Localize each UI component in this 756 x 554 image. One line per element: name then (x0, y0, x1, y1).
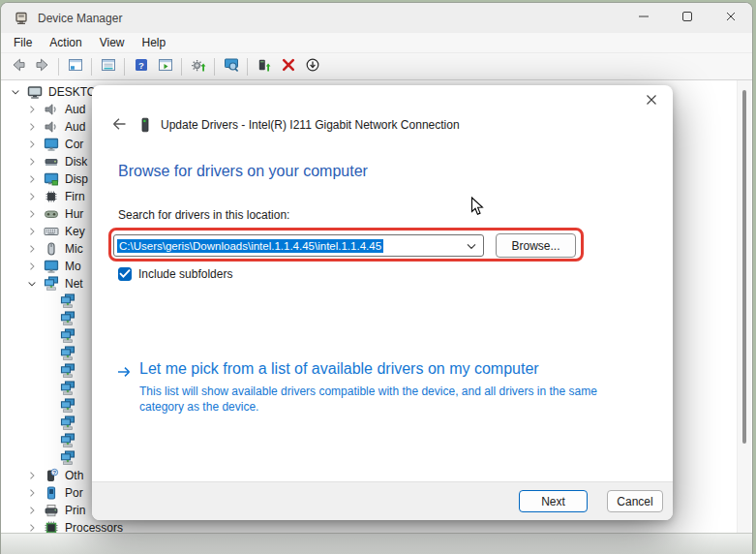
disable-device-button[interactable] (300, 55, 324, 78)
dialog-footer: Next Cancel (92, 481, 673, 520)
firmware-icon (44, 189, 59, 204)
toolbar: ? (1, 53, 752, 80)
dialog-back-button[interactable] (111, 116, 129, 134)
uninstall-device-icon (257, 57, 272, 76)
menu-item-file[interactable]: File (5, 34, 41, 51)
update-drivers-dialog: Update Drivers - Intel(R) I211 Gigabit N… (92, 85, 673, 520)
driver-path-combobox[interactable]: C:\Users\geris\Downloads\intel.1.1.4.45\… (113, 234, 484, 257)
chevron-right-icon[interactable] (24, 503, 40, 518)
chevron-right-icon[interactable] (24, 520, 40, 533)
chevron-right-icon[interactable] (24, 137, 40, 152)
tree-item-label: Disp (65, 172, 88, 186)
chevron-right-icon[interactable] (24, 468, 40, 483)
monitor-icon (44, 259, 59, 274)
toolbar-separator (214, 58, 215, 76)
chevron-placeholder (41, 328, 56, 344)
dialog-header: Update Drivers - Intel(R) I211 Gigabit N… (111, 116, 460, 134)
network-adapter-icon (60, 398, 76, 414)
include-subfolders-row: Include subfolders (118, 267, 232, 281)
chevron-placeholder (41, 450, 56, 466)
include-subfolders-checkbox[interactable] (118, 267, 132, 281)
tree-item-label: Prin (65, 504, 85, 517)
browse-button[interactable]: Browse... (496, 233, 576, 258)
tree-item-processors[interactable]: Processors (1, 519, 737, 533)
back-button[interactable] (6, 55, 30, 78)
pick-link-arrow-icon (116, 363, 134, 381)
chevron-right-icon[interactable] (24, 154, 40, 169)
processor-icon (44, 520, 59, 533)
chevron-right-icon[interactable] (24, 224, 40, 239)
tree-item-label: Processors (65, 521, 123, 533)
properties-button[interactable] (96, 55, 120, 78)
monitor-icon (44, 137, 59, 152)
checkmark-icon (117, 265, 133, 284)
chevron-placeholder (41, 346, 56, 361)
port-icon (44, 485, 59, 501)
chevron-right-icon[interactable] (24, 206, 40, 222)
cancel-button[interactable]: Cancel (607, 490, 663, 512)
network-adapter-icon (60, 433, 76, 448)
update-driver-button[interactable] (186, 55, 210, 78)
dialog-close-button[interactable] (643, 92, 660, 109)
chevron-placeholder (41, 363, 56, 379)
chevron-right-icon[interactable] (24, 485, 40, 501)
svg-text:?: ? (138, 60, 144, 71)
tree-item-label: Disk (65, 155, 87, 169)
tree-item-label: Por (65, 486, 83, 500)
uninstall-device-button[interactable] (252, 55, 276, 78)
chevron-right-icon[interactable] (24, 189, 40, 204)
next-button[interactable]: Next (519, 490, 588, 512)
back-icon (11, 57, 26, 76)
menu-item-help[interactable]: Help (134, 34, 175, 51)
tree-item-label: Hur (65, 207, 83, 221)
menu-item-action[interactable]: Action (41, 34, 90, 51)
maximize-button[interactable] (665, 3, 709, 33)
chevron-down-icon[interactable] (8, 84, 23, 100)
chevron-right-icon[interactable] (24, 259, 40, 274)
chevron-placeholder (41, 311, 56, 326)
device-manager-app-icon (14, 11, 29, 26)
remove-device-icon (281, 57, 296, 76)
menu-item-view[interactable]: View (91, 34, 134, 51)
toolbar-separator (181, 58, 182, 76)
scan-hardware-changes-button[interactable] (219, 55, 243, 78)
keyboard-icon (44, 224, 59, 239)
close-icon (723, 9, 739, 27)
chevron-placeholder (41, 293, 56, 309)
remove-device-button[interactable] (276, 55, 300, 78)
network-adapter-icon (60, 381, 76, 396)
dialog-heading: Browse for drivers on your computer (118, 163, 368, 180)
scrollbar-thumb[interactable] (742, 90, 746, 444)
toolbar-separator (91, 58, 92, 76)
titlebar[interactable]: Device Manager (1, 3, 752, 33)
svg-text:?: ? (53, 470, 57, 476)
minimize-button[interactable] (621, 3, 665, 33)
help-button[interactable]: ? (129, 55, 153, 78)
show-console-tree-button[interactable] (63, 55, 87, 78)
forward-icon (35, 57, 50, 76)
search-location-label: Search for drivers in this location: (118, 208, 289, 222)
network-adapter-icon (60, 311, 76, 326)
chevron-right-icon[interactable] (24, 119, 40, 135)
combobox-dropdown-icon[interactable] (460, 238, 483, 254)
network-adapter-icon (60, 450, 76, 466)
chevron-right-icon[interactable] (24, 102, 40, 117)
window-title: Device Manager (38, 12, 122, 25)
close-icon (644, 92, 659, 110)
forward-button[interactable] (30, 55, 54, 78)
chevron-placeholder (41, 398, 56, 414)
hid-icon (44, 206, 59, 222)
maximize-icon (680, 9, 695, 27)
audio-icon (44, 119, 59, 135)
network-adapter-icon (60, 363, 76, 379)
chevron-right-icon[interactable] (24, 241, 40, 257)
pick-from-list-link[interactable]: Let me pick from a list of available dri… (139, 360, 539, 378)
chevron-down-icon[interactable] (24, 276, 40, 292)
close-button[interactable] (709, 3, 752, 33)
properties-icon (101, 57, 116, 76)
vertical-scrollbar[interactable] (737, 80, 751, 533)
chevron-right-icon[interactable] (24, 171, 40, 187)
action-pane-button[interactable] (153, 55, 177, 78)
chevron-placeholder (41, 416, 56, 431)
tree-item-label: Mo (65, 260, 81, 273)
